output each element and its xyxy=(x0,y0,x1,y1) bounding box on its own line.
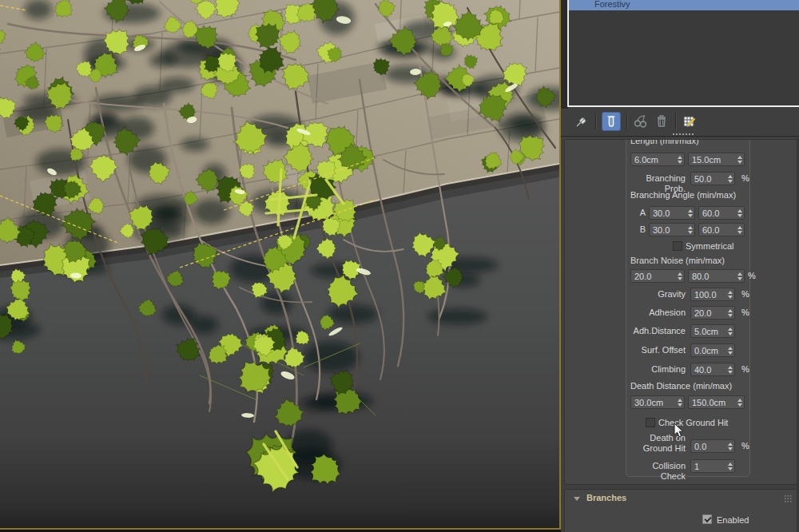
spinner-arrows-icon[interactable] xyxy=(725,175,734,183)
spinner-value[interactable]: 15.0cm xyxy=(689,155,735,165)
spinner-value[interactable]: 20.0 xyxy=(691,308,725,318)
spinner-value[interactable]: 6.0cm xyxy=(631,155,675,165)
range-min-spinner[interactable]: 20.0 xyxy=(630,269,685,283)
spinner-arrows-icon[interactable] xyxy=(686,209,694,217)
range-max-spinner[interactable]: 150.0cm xyxy=(688,395,745,409)
cherries-icon xyxy=(633,113,649,129)
range-max-spinner[interactable]: 15.0cm xyxy=(688,153,745,166)
param-row-length-min-max: Length (min/max) xyxy=(626,139,753,149)
param-row-row1: 6.0cm15.0cm xyxy=(626,153,749,166)
surf-offset-spinner[interactable]: 0.0cm xyxy=(690,343,735,357)
spinner-value[interactable]: 1 xyxy=(691,462,725,471)
spinner-value[interactable]: 60.0 xyxy=(699,208,735,218)
spinner-value[interactable]: 150.0cm xyxy=(689,398,735,407)
range-max-spinner[interactable]: 80.0 xyxy=(688,269,745,283)
viewport-canvas xyxy=(0,0,559,532)
create-ivy-button[interactable] xyxy=(602,112,621,131)
unit-label: % xyxy=(741,308,749,317)
spinner-arrows-icon[interactable] xyxy=(725,328,734,335)
spinner-value[interactable]: 30.0 xyxy=(650,208,686,218)
spinner-arrows-icon[interactable] xyxy=(675,156,684,164)
param-row-row8: 20.080.0% xyxy=(626,269,749,283)
branches-rollout-header[interactable]: Branches xyxy=(565,490,797,507)
enabled-checkbox[interactable] xyxy=(702,514,712,524)
edit-params-button[interactable] xyxy=(680,112,699,131)
branching-prob-spinner[interactable]: 50.0 xyxy=(690,172,735,185)
spinner-value[interactable]: 40.0 xyxy=(691,365,725,375)
a-max-spinner[interactable]: 60.0 xyxy=(698,206,745,220)
rollout-drag-grip-icon[interactable] xyxy=(785,495,792,502)
spinner-arrows-icon[interactable] xyxy=(675,399,684,407)
row-label: Adhesion xyxy=(626,308,686,318)
gravity-spinner[interactable]: 100.0 xyxy=(690,288,735,301)
symmetrical-checkbox[interactable] xyxy=(673,241,682,251)
spinner-value[interactable]: 80.0 xyxy=(689,272,735,281)
param-row-gravity: Gravity100.0% xyxy=(626,288,749,301)
climbing-spinner[interactable]: 40.0 xyxy=(690,363,735,376)
viewport-3d[interactable] xyxy=(0,0,559,532)
test-tube-icon xyxy=(604,114,618,129)
param-row-adh-distance: Adh.Distance5.0cm xyxy=(626,324,749,338)
param-row-death-distance-min-max: Death Distance (min/max) xyxy=(626,381,753,395)
spinner-value[interactable]: 30.0cm xyxy=(631,398,675,407)
spinner-value[interactable]: 50.0 xyxy=(691,174,725,184)
object-list[interactable]: Forestivy xyxy=(567,0,799,107)
mouse-cursor xyxy=(674,423,685,439)
spinner-arrows-icon[interactable] xyxy=(735,399,744,407)
adhesion-spinner[interactable]: 20.0 xyxy=(690,306,735,320)
toolbar-separator xyxy=(595,113,596,129)
spinner-value[interactable]: 0.0cm xyxy=(691,346,725,355)
spinner-arrows-icon[interactable] xyxy=(735,156,744,164)
checkbox-label: Symmetrical xyxy=(686,241,734,251)
spinner-value[interactable]: 5.0cm xyxy=(691,327,725,336)
param-row-surf-offset: Surf. Offset0.0cm xyxy=(626,343,749,357)
row-label: Collision Check xyxy=(626,461,686,482)
spinner-arrows-icon[interactable] xyxy=(735,226,744,234)
spinner-value[interactable]: 20.0 xyxy=(631,272,675,281)
growth-parameters-group: Length (min/max)6.0cm15.0cmBranching Pro… xyxy=(626,139,750,477)
range-min-spinner[interactable]: 30.0cm xyxy=(630,395,685,409)
spinner-arrows-icon[interactable] xyxy=(725,366,734,374)
spinner-value[interactable]: 30.0 xyxy=(650,225,686,235)
object-list-item-forestivy[interactable]: Forestivy xyxy=(569,0,799,10)
range-min-spinner[interactable]: 6.0cm xyxy=(630,153,685,166)
b-max-spinner[interactable]: 60.0 xyxy=(698,223,745,236)
death-on-ground-hit-spinner[interactable]: 0.0 xyxy=(690,439,735,453)
b-min-spinner[interactable]: 30.0 xyxy=(649,223,695,236)
collision-check-spinner[interactable]: 1 xyxy=(690,459,735,473)
param-row-row15: 30.0cm150.0cm xyxy=(626,395,749,409)
command-panel: Forestivy xyxy=(561,0,799,532)
instances-button[interactable] xyxy=(631,112,650,131)
trash-icon xyxy=(654,113,670,129)
spinner-arrows-icon[interactable] xyxy=(725,443,734,451)
app-window: Forestivy xyxy=(0,0,799,532)
spinner-arrows-icon[interactable] xyxy=(686,226,694,234)
adh-distance-spinner[interactable]: 5.0cm xyxy=(690,324,735,338)
check-ground-hit-checkbox[interactable] xyxy=(646,418,655,427)
delete-button[interactable] xyxy=(652,112,671,131)
param-row-check-ground-hit: Check Ground Hit xyxy=(626,416,749,430)
unit-label: % xyxy=(741,364,749,374)
a-min-spinner[interactable]: 30.0 xyxy=(649,206,695,220)
pick-object-button[interactable] xyxy=(572,112,591,131)
spinner-arrows-icon[interactable] xyxy=(675,272,684,280)
param-row-death-on-ground-hit: Death on Ground Hit0.0% xyxy=(626,433,749,459)
spinner-arrows-icon[interactable] xyxy=(735,209,744,217)
param-row-b: B30.060.0 xyxy=(626,223,749,236)
spinner-arrows-icon[interactable] xyxy=(725,347,734,355)
spinner-arrows-icon[interactable] xyxy=(725,291,734,299)
spinner-value[interactable]: 100.0 xyxy=(691,290,725,300)
spinner-arrows-icon[interactable] xyxy=(735,272,744,280)
row-label: Climbing xyxy=(626,364,686,375)
spinner-value[interactable]: 0.0 xyxy=(691,442,725,451)
panel-divider-grip[interactable] xyxy=(673,133,694,137)
unit-label: % xyxy=(748,271,756,280)
spinner-arrows-icon[interactable] xyxy=(725,309,734,317)
row-label: Gravity xyxy=(626,289,686,300)
toolbar-separator xyxy=(626,113,627,129)
param-row-branch-noise-min-max: Branch Noise (min/max) xyxy=(626,256,753,269)
spinner-arrows-icon[interactable] xyxy=(725,463,734,470)
param-row-a: A30.060.0 xyxy=(626,206,749,220)
spinner-value[interactable]: 60.0 xyxy=(699,225,735,235)
enabled-checkbox-label: Enabled xyxy=(717,515,749,525)
